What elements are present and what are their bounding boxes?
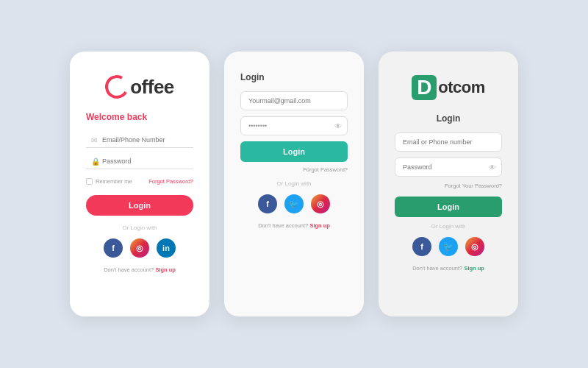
dotcom-signup-link[interactable]: Sign up [464, 265, 484, 272]
coffee-email-group: ✉ [86, 132, 193, 148]
facebook-icon[interactable]: f [104, 238, 123, 258]
coffee-forgot-link[interactable]: Forgot Password? [148, 178, 193, 185]
coffee-social-icons: f ◎ in [104, 238, 176, 258]
dotcom-password-group: 👁 [395, 158, 502, 177]
coffee-or-text: Or Login with [122, 224, 157, 231]
dotcom-password-input[interactable] [395, 158, 502, 177]
remember-label: Remember me [96, 178, 132, 185]
center-login-button[interactable]: Login [240, 141, 348, 162]
coffee-c-icon [103, 72, 132, 101]
dotcom-login-button[interactable]: Login [395, 197, 502, 217]
center-password-group: 👁 [240, 116, 348, 135]
remember-left: Remember me [86, 178, 132, 185]
center-signup-text: Don't have account? Sign up [258, 222, 330, 229]
dotcom-facebook-icon[interactable]: f [412, 237, 431, 256]
dotcom-signup-text: Don't have account? Sign up [412, 265, 484, 272]
center-card: Login 👁 Login Forgot Password? Or Login … [224, 52, 364, 316]
center-social-icons: f 🐦 ◎ [258, 194, 330, 213]
dotcom-forgot-link[interactable]: Forgot Your Password? [445, 183, 502, 189]
coffee-logo: offee [105, 75, 174, 99]
lock-icon: 🔒 [91, 158, 100, 166]
center-forgot-link[interactable]: Forgot Password? [303, 166, 348, 173]
dotcom-twitter-icon[interactable]: 🐦 [439, 237, 458, 256]
center-twitter-icon[interactable]: 🐦 [284, 194, 304, 213]
eye-icon[interactable]: 👁 [334, 122, 342, 130]
instagram-icon[interactable]: ◎ [130, 238, 149, 258]
center-facebook-icon[interactable]: f [258, 194, 277, 213]
coffee-password-input[interactable] [86, 154, 193, 169]
dotcom-eye-icon[interactable]: 👁 [489, 163, 496, 171]
dotcom-d-icon: D [412, 75, 437, 100]
coffee-card: offee Welcome back ✉ 🔒 Remember me Forgo… [70, 52, 209, 316]
dotcom-title: Login [437, 113, 461, 124]
center-password-input[interactable] [240, 116, 348, 135]
dotcom-email-input[interactable] [395, 132, 502, 152]
coffee-password-group: 🔒 [86, 154, 193, 169]
coffee-login-button[interactable]: Login [86, 195, 193, 216]
coffee-remember-row: Remember me Forgot Password? [86, 178, 193, 185]
dotcom-logo-text: otcom [438, 78, 485, 97]
dotcom-logo: D otcom [412, 75, 485, 100]
email-icon: ✉ [91, 136, 97, 144]
coffee-signup-link[interactable]: Sign up [155, 266, 176, 273]
coffee-signup-text: Don't have account? Sign up [104, 266, 176, 273]
remember-checkbox[interactable] [86, 178, 93, 185]
dotcom-instagram-icon[interactable]: ◎ [465, 237, 484, 256]
coffee-email-input[interactable] [86, 132, 193, 148]
coffee-logo-text: offee [130, 76, 174, 99]
center-signup-link[interactable]: Sign up [309, 222, 330, 229]
center-title: Login [240, 72, 265, 82]
linkedin-icon[interactable]: in [157, 238, 176, 258]
dotcom-card: D otcom Login 👁 Forgot Your Password? Lo… [379, 52, 518, 316]
dotcom-or-text: Or Login with [431, 223, 465, 230]
center-instagram-icon[interactable]: ◎ [311, 194, 330, 213]
center-or-text: Or Login with [276, 180, 311, 187]
center-email-input[interactable] [240, 91, 348, 110]
dotcom-social-icons: f 🐦 ◎ [412, 237, 484, 256]
coffee-welcome: Welcome back [86, 112, 147, 122]
